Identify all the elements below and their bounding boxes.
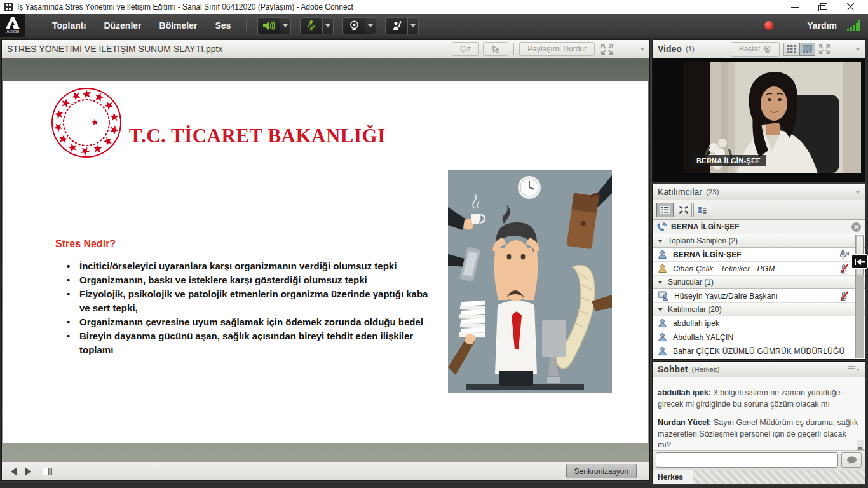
bullet-list: İncitici/örseleyici uyaranlara karşı org… bbox=[65, 259, 438, 357]
chevron-down-icon bbox=[325, 24, 330, 27]
slide-heading: Stres Nedir? bbox=[55, 238, 116, 250]
microphone-button[interactable] bbox=[300, 17, 323, 34]
sidebar-toggle-icon[interactable] bbox=[43, 468, 52, 475]
microphone-muted-icon bbox=[306, 20, 316, 31]
close-icon[interactable] bbox=[851, 222, 861, 232]
filmstrip-view-button[interactable] bbox=[799, 43, 815, 56]
app-icon bbox=[4, 3, 13, 11]
raise-hand-dropdown[interactable] bbox=[408, 17, 419, 34]
video-pod-title: Video bbox=[658, 44, 682, 54]
close-button[interactable] bbox=[846, 3, 855, 11]
bullet-item: Fizyolojik, psikolojik ve patolojik etme… bbox=[65, 287, 438, 315]
bullet-item: İncitici/örseleyici uyaranlara karşı org… bbox=[65, 259, 438, 273]
pod-options-icon[interactable] bbox=[633, 44, 644, 53]
participants-pod-title: Katılımcılar bbox=[658, 187, 702, 197]
participant-name: BERNA İLGİN-ŞEF bbox=[673, 250, 742, 259]
sync-button[interactable]: Senkronizasyon bbox=[566, 464, 637, 478]
share-pod-header: STRES YÖNETİMİ VE İLETİŞİM SUNUM SLAYTI.… bbox=[2, 40, 649, 58]
participant-row[interactable]: Abdullah YALÇIN bbox=[653, 330, 865, 344]
menu-toplanti[interactable]: Toplantı bbox=[43, 14, 95, 37]
participant-row[interactable]: Cihan Çelik - Tekniker - PGM bbox=[653, 262, 865, 276]
attendee-status-view-button[interactable] bbox=[693, 203, 710, 217]
bullet-item: Organizmanın çevresine uyum sağlamak içi… bbox=[65, 315, 438, 329]
chat-input[interactable] bbox=[656, 452, 838, 468]
group-header-hosts[interactable]: Toplantı Sahipleri (2) bbox=[653, 234, 865, 248]
menu-duzenler[interactable]: Düzenler bbox=[95, 14, 150, 37]
menu-ses[interactable]: Ses bbox=[206, 14, 240, 37]
participants-count: (23) bbox=[706, 188, 719, 196]
draw-button[interactable]: Çiz bbox=[452, 42, 479, 56]
speech-bubble-icon bbox=[846, 456, 857, 464]
host-user-icon bbox=[658, 264, 667, 273]
pod-options-icon[interactable] bbox=[848, 365, 860, 374]
participants-pod: Katılımcılar (23) bbox=[652, 184, 865, 360]
chevron-down-icon bbox=[368, 24, 373, 27]
speaker-button[interactable] bbox=[257, 17, 280, 34]
divider bbox=[839, 43, 839, 55]
start-webcam-button[interactable]: Başlat bbox=[731, 42, 780, 57]
pointer-tool-button[interactable] bbox=[483, 42, 508, 56]
presenter-icon bbox=[658, 291, 668, 301]
titlebar: İş Yaşamında Stres Yönetimi ve İletişim … bbox=[0, 0, 868, 14]
ministry-title: T.C. TİCARET BAKANLIĞI bbox=[129, 125, 386, 147]
stress-illustration bbox=[448, 170, 612, 393]
pod-options-icon[interactable] bbox=[848, 44, 860, 53]
webcam-icon bbox=[763, 45, 771, 53]
divider bbox=[790, 18, 790, 32]
user-icon bbox=[658, 346, 667, 356]
fullscreen-icon[interactable] bbox=[601, 44, 613, 55]
speaker-dropdown[interactable] bbox=[280, 17, 291, 34]
help-menu[interactable]: Yardım bbox=[807, 20, 837, 30]
raise-hand-button[interactable] bbox=[385, 17, 408, 34]
menu-bolmeler[interactable]: Bölmeler bbox=[151, 14, 207, 37]
grid-view-button[interactable] bbox=[783, 43, 799, 56]
breakout-view-button[interactable] bbox=[675, 203, 692, 217]
group-header-attendees[interactable]: Katılımcılar (20) bbox=[653, 303, 865, 316]
divider bbox=[246, 18, 247, 32]
video-pod: Video (1) Başlat bbox=[652, 39, 865, 182]
participants-pod-header: Katılımcılar (23) bbox=[653, 184, 865, 200]
chat-scrollbar[interactable] bbox=[857, 440, 864, 450]
collapse-triangle-icon bbox=[658, 240, 663, 243]
divider bbox=[625, 43, 625, 55]
host-user-icon bbox=[658, 250, 667, 259]
chat-message-area: abdullah ipek3 bölgeli sistem ne zaman y… bbox=[653, 377, 865, 451]
mouse-cursor-icon bbox=[851, 254, 868, 269]
chevron-down-icon bbox=[410, 24, 416, 27]
send-message-button[interactable] bbox=[841, 452, 862, 468]
participant-row[interactable]: Bahar ÇİÇEK ÜZÜMLÜ GÜMRÜK MÜDÜRLÜĞÜ bbox=[653, 344, 865, 358]
participant-row[interactable]: BERNA İLGİN-ŞEF bbox=[653, 248, 865, 262]
raise-hand-icon bbox=[391, 20, 402, 31]
user-icon bbox=[658, 332, 667, 342]
previous-slide-button[interactable] bbox=[11, 467, 17, 476]
active-speaker-row: BERNA İLGİN-ŞEF bbox=[653, 220, 865, 234]
restore-button[interactable] bbox=[818, 3, 827, 11]
participant-row[interactable]: Hüseyin Yavuz/Daire Başkanı bbox=[653, 289, 865, 303]
presentation-stage: T.C. TİCARET BAKANLIĞI Stres Nedir? İnci… bbox=[2, 58, 649, 461]
group-header-presenters[interactable]: Sunucular (1) bbox=[653, 276, 865, 289]
filmstrip-view-icon bbox=[803, 45, 812, 53]
participant-name: Abdullah YALÇIN bbox=[673, 333, 733, 342]
video-feed-area: BERNA İLGİN-ŞEF bbox=[653, 58, 865, 182]
pod-options-icon[interactable] bbox=[848, 187, 860, 196]
webcam-button[interactable] bbox=[342, 17, 365, 34]
microphone-dropdown[interactable] bbox=[323, 17, 334, 34]
minimize-button[interactable] bbox=[790, 3, 799, 11]
mic-live-icon bbox=[839, 250, 850, 260]
chat-input-row bbox=[653, 451, 865, 470]
webcam-dropdown[interactable] bbox=[365, 17, 376, 34]
window-title: İş Yaşamında Stres Yönetimi ve İletişim … bbox=[17, 3, 353, 11]
next-slide-button[interactable] bbox=[25, 467, 31, 476]
chat-tab-bar: Herkes bbox=[653, 470, 865, 484]
chat-message: Nurdan YücelSayın Genel Müdürüm eş durum… bbox=[658, 417, 858, 451]
participant-row[interactable]: abdullah ipek bbox=[653, 316, 865, 330]
fullscreen-icon[interactable] bbox=[819, 44, 830, 54]
ministry-emblem-icon bbox=[50, 86, 123, 159]
active-speaker-name: BERNA İLGİN-ŞEF bbox=[671, 222, 740, 231]
grid-view-icon bbox=[787, 45, 796, 53]
speaker-icon bbox=[262, 20, 275, 31]
list-view-button[interactable] bbox=[656, 203, 674, 217]
attendee-status-icon bbox=[697, 206, 707, 214]
stop-sharing-button[interactable]: Paylaşımı Durdur bbox=[519, 42, 595, 56]
tab-everyone[interactable]: Herkes bbox=[653, 470, 693, 484]
